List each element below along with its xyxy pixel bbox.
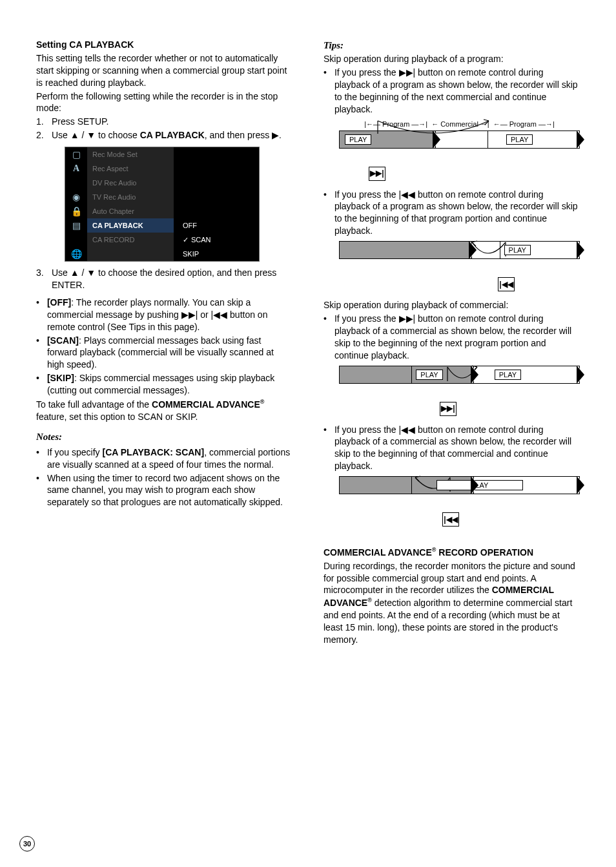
menu-item: DV Rec Audio — [87, 176, 174, 190]
step-text: Use ▲ / ▼ to choose the desired option, … — [52, 267, 293, 291]
playhead-icon — [578, 242, 584, 258]
bullet-scan: [SCAN]: Plays commercial messages back u… — [36, 335, 293, 371]
timeline-diagram-3: PLAY PLAY ▶▶| — [339, 366, 580, 416]
tip-1: If you press the ▶▶| button on remote co… — [323, 67, 580, 116]
menu-item: TV Rec Audio — [87, 190, 174, 204]
tail-paragraph: To take full advantage of the COMMERCIAL… — [36, 398, 293, 423]
timeline-diagram-4: PLAY |◀◀ — [339, 476, 580, 527]
manual-page: Setting CA PLAYBACK This setting tells t… — [0, 0, 616, 867]
record-heading: COMMERCIAL ADVANCE® RECORD OPERATION — [323, 546, 580, 559]
letter-a-icon: A — [65, 163, 87, 175]
step-text: Use ▲ / ▼ to choose CA PLAYBACK, and the… — [52, 129, 282, 141]
section-heading: Setting CA PLAYBACK — [36, 39, 293, 51]
tips-heading: Tips: — [323, 39, 580, 52]
timeline-diagram-2: PLAY |◀◀ — [339, 241, 580, 291]
skip-arc — [339, 241, 584, 259]
notes-heading: Notes: — [36, 430, 293, 443]
intro-paragraph-1: This setting tells the recorder whether … — [36, 52, 293, 89]
step-text: Press SETUP. — [52, 116, 108, 128]
page-number: 30 — [19, 836, 35, 851]
globe-icon: 🌐 — [65, 248, 87, 260]
tip-3: If you press the ▶▶| button on remote co… — [323, 313, 580, 362]
playhead-icon — [434, 131, 440, 148]
skip-forward-icon: ▶▶| — [440, 402, 457, 416]
bullet-off: [OFF]: The recorder plays normally. You … — [36, 297, 293, 333]
step-2: 2. Use ▲ / ▼ to choose CA PLAYBACK, and … — [36, 129, 293, 141]
step-1: 1. Press SETUP. — [36, 116, 293, 128]
play-label: PLAY — [345, 134, 371, 145]
menu-item: Auto Chapter — [87, 204, 174, 218]
menu-item: CA RECORD — [87, 233, 174, 247]
settings-menu-screenshot: ▢ Rec Mode Set A Rec Aspect DV Rec Audio… — [65, 147, 260, 262]
play-label: PLAY — [506, 134, 533, 145]
playhead-icon — [470, 242, 477, 258]
menu-option: OFF — [174, 218, 259, 233]
monitor-icon: ▢ — [65, 149, 87, 161]
play-label: PLAY — [416, 370, 442, 380]
intro-paragraph-2: Perform the following setting while the … — [36, 90, 293, 115]
skip-commercial-heading: Skip operation during playback of commer… — [323, 299, 580, 311]
left-column: Setting CA PLAYBACK This setting tells t… — [36, 39, 293, 841]
bullet-skip: [SKIP]: Skips commercial messages using … — [36, 372, 293, 397]
skip-backward-icon: |◀◀ — [498, 277, 515, 291]
play-label: PLAY — [504, 245, 531, 255]
list-icon: ▤ — [65, 220, 87, 232]
step-number: 2. — [36, 129, 48, 141]
step-number: 1. — [36, 116, 48, 128]
menu-item: Rec Mode Set — [87, 147, 174, 162]
menu-item: Rec Aspect — [87, 162, 174, 176]
skip-arc — [339, 366, 584, 384]
skip-forward-icon: ▶▶| — [369, 167, 385, 181]
menu-option: ✓SCAN — [174, 233, 259, 247]
lock-icon: 🔒 — [65, 205, 87, 218]
disc-icon: ◉ — [65, 191, 87, 204]
playhead-icon — [578, 477, 584, 494]
record-paragraph: During recordings, the recorder monitors… — [323, 560, 580, 646]
skip-backward-icon: |◀◀ — [442, 512, 459, 527]
skip-arc — [339, 120, 584, 138]
playhead-icon — [472, 366, 478, 383]
tip-4: If you press the |◀◀ button on remote co… — [323, 424, 580, 473]
skip-program-heading: Skip operation during playback of a prog… — [323, 53, 580, 65]
play-label: PLAY — [436, 480, 523, 490]
menu-item-active: CA PLAYBACK — [87, 218, 174, 233]
playhead-icon — [472, 477, 478, 494]
note-2: When using the timer to record two adjac… — [36, 472, 293, 509]
tip-2: If you press the |◀◀ button on remote co… — [323, 189, 580, 238]
playhead-icon — [578, 131, 584, 148]
step-number: 3. — [36, 267, 48, 291]
menu-option: SKIP — [174, 247, 259, 261]
check-icon: ✓ — [183, 235, 189, 245]
note-1: If you specify [CA PLAYBACK: SCAN], comm… — [36, 446, 293, 471]
timeline-diagram-1: |←— Program —→| ←Commercial→| ←— Program… — [339, 120, 580, 181]
playhead-icon — [578, 366, 584, 383]
play-label: PLAY — [495, 370, 521, 380]
right-column: Tips: Skip operation during playback of … — [323, 39, 580, 841]
step-3: 3. Use ▲ / ▼ to choose the desired optio… — [36, 267, 293, 291]
